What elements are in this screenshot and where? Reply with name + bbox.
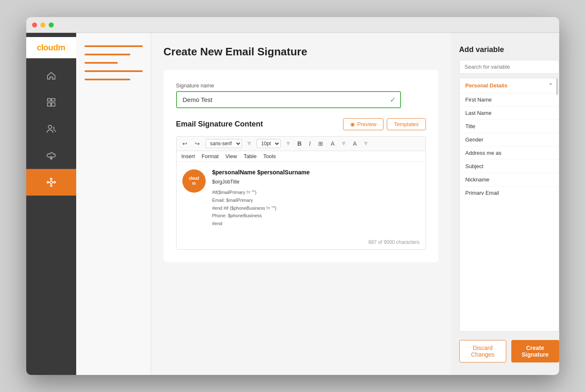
sidebar-item-home[interactable]	[26, 62, 76, 89]
deco-line-5	[85, 79, 130, 80]
svg-point-5	[50, 181, 52, 184]
header-buttons: ◉ Preview Templates	[343, 118, 426, 130]
menu-view[interactable]: View	[225, 153, 237, 159]
dashboard-icon	[45, 97, 57, 108]
minimize-dot[interactable]	[40, 22, 45, 27]
app-body: cloudm	[26, 33, 559, 375]
signature-name-input[interactable]	[177, 92, 390, 107]
image-button[interactable]: ⊞	[316, 139, 325, 148]
variable-gender[interactable]: Gender	[460, 133, 559, 146]
right-panel: Add variable Personal Details ⌃ First Na…	[451, 33, 559, 375]
char-count: 887 of 9000 characters	[177, 237, 426, 249]
logo-text: cloudm	[37, 43, 65, 52]
logo-area: cloudm	[26, 37, 76, 58]
logo: cloudm	[37, 43, 65, 52]
personal-details-chevron: ⌃	[548, 82, 553, 89]
integrations-icon	[45, 176, 57, 188]
left-panel	[76, 33, 151, 375]
menu-table[interactable]: Table	[244, 153, 256, 159]
color-arrow: ▼	[341, 140, 347, 147]
content-header: Email Signature Content ◉ Preview Templa…	[176, 118, 426, 130]
size-select[interactable]: 10pt	[256, 139, 281, 148]
editor-toolbar: ↩ ↪ sans-serif ▼ 10pt ▼ B	[177, 136, 426, 151]
home-icon	[45, 70, 57, 82]
deco-line-3	[85, 62, 118, 64]
variable-last-name[interactable]: Last Name	[460, 107, 559, 120]
nav-items	[26, 62, 76, 196]
sidebar-item-integrations[interactable]	[26, 169, 76, 196]
italic-button[interactable]: I	[307, 139, 312, 148]
editor-menu-bar: Insert Format View Table Tools	[177, 151, 426, 162]
main-content: Create New Email Signature Signature nam…	[151, 33, 451, 375]
signature-name-row: ✓	[176, 91, 401, 108]
editor-wrapper: ↩ ↪ sans-serif ▼ 10pt ▼ B	[176, 136, 426, 250]
svg-point-4	[48, 125, 52, 129]
svg-point-6	[50, 178, 52, 180]
highlight-button[interactable]: A	[351, 139, 358, 148]
personal-details-header[interactable]: Personal Details ⌃	[460, 78, 559, 93]
variable-address-me-as[interactable]: Address me as	[460, 146, 559, 160]
action-buttons: Discard Changes Create Signature	[459, 340, 559, 362]
variable-title[interactable]: Title	[460, 120, 559, 133]
menu-tools[interactable]: Tools	[263, 153, 276, 159]
highlight-arrow: ▼	[363, 140, 369, 147]
editor-logo: cloud m	[182, 169, 206, 193]
svg-rect-0	[47, 99, 51, 101]
svg-point-7	[54, 181, 55, 183]
editor-content-area[interactable]: cloud m $personalName $personalSurname $…	[177, 162, 426, 237]
create-signature-button[interactable]: Create Signature	[511, 340, 559, 362]
deco-line-2	[85, 54, 130, 55]
titlebar	[26, 17, 559, 33]
variable-search-input[interactable]	[459, 60, 559, 74]
deco-line-4	[85, 70, 143, 72]
signature-name-label: Signature name	[176, 82, 426, 89]
toolbar-divider-1: ▼	[246, 140, 253, 147]
variable-panel: Personal Details ⌃ First Name Last Name …	[459, 78, 559, 332]
variable-first-name[interactable]: First Name	[460, 93, 559, 107]
sidebar: cloudm	[26, 33, 76, 375]
editor-conditional-lines: #if($mailPrimary != "") Email: $mailPrim…	[212, 189, 310, 227]
cloud-icon	[45, 150, 57, 161]
form-section: Signature name ✓ Email Signature Content…	[164, 70, 438, 262]
svg-rect-1	[52, 99, 55, 101]
sidebar-item-users[interactable]	[26, 116, 76, 142]
deco-line-1	[85, 45, 143, 47]
variable-primary-email[interactable]: Primary Email	[460, 186, 559, 195]
font-select[interactable]: sans-serif	[206, 139, 242, 148]
users-icon	[45, 123, 57, 135]
font-color-button[interactable]: A	[329, 139, 336, 148]
scrollbar-thumb[interactable]	[556, 78, 558, 95]
menu-insert[interactable]: Insert	[182, 153, 195, 159]
redo-button[interactable]: ↪	[193, 139, 202, 148]
templates-button[interactable]: Templates	[387, 118, 426, 130]
variable-nickname[interactable]: Nickname	[460, 173, 559, 186]
editor-text: $personalName $personalSurname $orgJobTi…	[212, 168, 310, 231]
sidebar-item-cloud[interactable]	[26, 142, 76, 169]
toolbar-divider-2: ▼	[285, 140, 291, 147]
undo-button[interactable]: ↩	[181, 139, 189, 148]
svg-point-9	[50, 185, 52, 186]
menu-format[interactable]: Format	[202, 153, 219, 159]
editor-title-line: $orgJobTitle	[212, 178, 310, 186]
eye-icon: ◉	[350, 121, 355, 127]
variable-panel-inner: Personal Details ⌃ First Name Last Name …	[460, 78, 559, 195]
variable-subject[interactable]: Subject	[460, 160, 559, 173]
editor-name-line: $personalName $personalSurname	[212, 168, 310, 178]
content-section-title: Email Signature Content	[176, 120, 263, 129]
sidebar-item-dashboard[interactable]	[26, 89, 76, 116]
maximize-dot[interactable]	[49, 22, 54, 27]
editor-logo-container: cloud m	[182, 168, 206, 231]
close-dot[interactable]	[32, 22, 37, 27]
add-variable-title: Add variable	[459, 45, 559, 54]
svg-point-8	[47, 181, 49, 183]
discard-changes-button[interactable]: Discard Changes	[459, 340, 507, 362]
app-window: cloudm	[26, 17, 559, 375]
svg-rect-3	[52, 103, 55, 106]
check-icon: ✓	[390, 95, 400, 105]
svg-rect-2	[47, 103, 51, 106]
preview-button[interactable]: ◉ Preview	[343, 118, 383, 130]
bold-button[interactable]: B	[296, 139, 303, 148]
page-title: Create New Email Signature	[164, 45, 438, 58]
personal-details-label: Personal Details	[466, 82, 508, 89]
